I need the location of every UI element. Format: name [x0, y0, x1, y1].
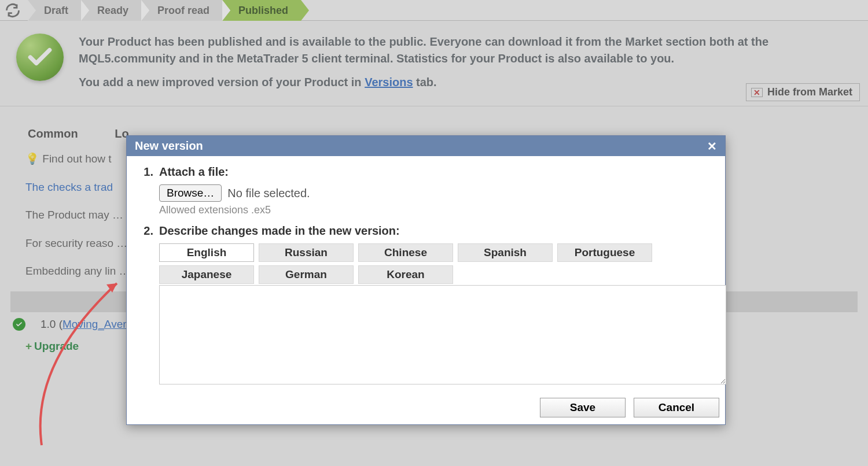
lang-tab-chinese[interactable]: Chinese [358, 243, 453, 262]
lang-tab-portuguese[interactable]: Portuguese [557, 243, 652, 262]
changes-description-input[interactable] [159, 285, 726, 384]
language-tabs: English Russian Chinese Spanish Portugue… [159, 243, 663, 284]
lang-tab-russian[interactable]: Russian [259, 243, 354, 262]
lang-tab-japanese[interactable]: Japanese [159, 265, 254, 284]
cancel-button[interactable]: Cancel [634, 398, 719, 417]
browse-button[interactable]: Browse… [159, 184, 222, 202]
lang-tab-english[interactable]: English [159, 243, 254, 262]
step-1-label: Attach a file: [159, 165, 229, 179]
new-version-dialog: New version ✕ 1.Attach a file: Browse… N… [126, 135, 726, 425]
file-status-text: No file selected. [227, 187, 310, 200]
lang-tab-spanish[interactable]: Spanish [458, 243, 553, 262]
step-2-label: Describe changes made in the new version… [159, 224, 400, 238]
allowed-extensions-text: Allowed extensions .ex5 [159, 204, 710, 216]
dialog-close-icon[interactable]: ✕ [707, 140, 717, 152]
dialog-title: New version [135, 139, 203, 153]
lang-tab-korean[interactable]: Korean [358, 265, 453, 284]
save-button[interactable]: Save [540, 398, 626, 417]
lang-tab-german[interactable]: German [259, 265, 354, 284]
